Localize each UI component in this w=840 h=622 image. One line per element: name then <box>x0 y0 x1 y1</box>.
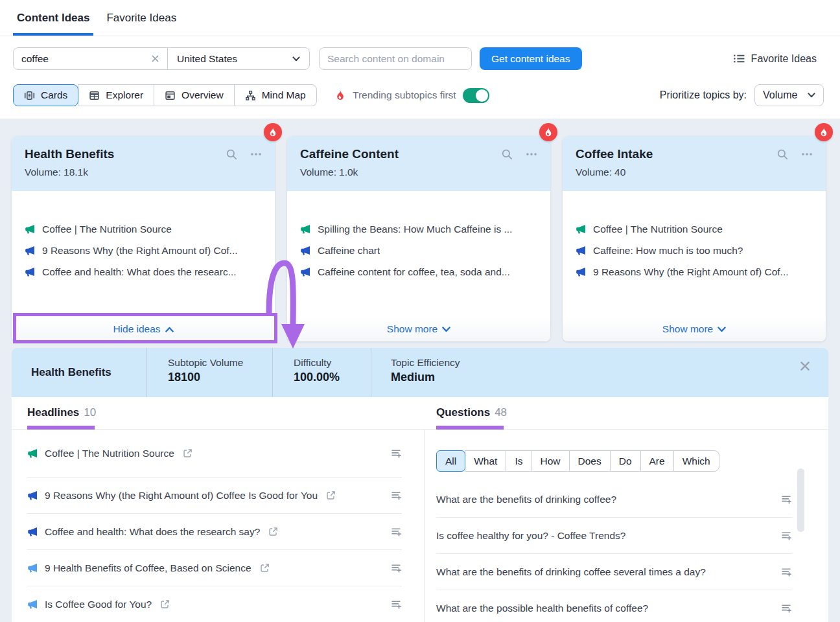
filter-is[interactable]: Is <box>506 450 531 472</box>
card-idea-item[interactable]: Coffee | The Nutrition Source <box>576 224 813 235</box>
favorite-ideas-label: Favorite Ideas <box>751 53 817 65</box>
add-to-list-icon[interactable] <box>391 562 402 573</box>
add-to-list-icon[interactable] <box>781 530 792 541</box>
card-header: Caffeine Content Volume:1.0k <box>287 136 550 191</box>
external-link-icon[interactable] <box>326 490 336 500</box>
tab-favorite-ideas[interactable]: Favorite Ideas <box>105 0 178 36</box>
detail-body: Headlines10 Coffee | The Nutrition Sourc… <box>12 397 828 622</box>
more-options-icon[interactable] <box>250 148 262 160</box>
trending-toggle[interactable] <box>463 88 489 103</box>
filter-does[interactable]: Does <box>569 450 611 472</box>
chevron-down-icon <box>718 327 726 332</box>
question-item[interactable]: What are the benefits of drinking coffee… <box>436 481 792 518</box>
card-header: Health Benefits Volume:18.1k <box>12 136 275 191</box>
tab-content-ideas[interactable]: Content Ideas <box>16 0 91 36</box>
overview-icon <box>165 90 176 101</box>
add-to-list-icon[interactable] <box>781 603 792 614</box>
filter-are[interactable]: Are <box>640 450 674 472</box>
chevron-up-icon <box>165 327 174 332</box>
keyword-field-wrap <box>14 48 168 69</box>
prioritize-control: Prioritize topics by: Volume <box>660 84 824 106</box>
card-idea-item[interactable]: 9 Reasons Why (the Right Amount of) Cof.… <box>576 266 813 278</box>
external-link-icon[interactable] <box>183 448 192 458</box>
add-to-list-icon[interactable] <box>391 526 402 537</box>
more-options-icon[interactable] <box>801 148 813 160</box>
add-to-list-icon[interactable] <box>781 494 792 505</box>
card-idea-item[interactable]: Coffee | The Nutrition Source <box>25 224 262 235</box>
megaphone-icon <box>27 490 38 501</box>
card-title: Caffeine Content <box>300 147 501 161</box>
keyword-input[interactable] <box>21 53 151 65</box>
megaphone-icon <box>576 267 586 277</box>
add-to-list-icon[interactable] <box>391 490 402 501</box>
question-item[interactable]: Is coffee healthy for you? - Coffee Tren… <box>436 518 792 554</box>
stat-difficulty: Difficulty 100.00% <box>272 348 371 397</box>
more-options-icon[interactable] <box>526 148 537 160</box>
add-to-list-icon[interactable] <box>781 566 792 577</box>
headline-item[interactable]: Coffee and health: What does the researc… <box>27 514 402 550</box>
hide-ideas-button[interactable]: Hide ideas <box>12 317 275 341</box>
card-volume: Volume:1.0k <box>300 167 537 178</box>
filter-how[interactable]: How <box>531 450 569 472</box>
headline-item[interactable]: 9 Health Benefits of Coffee, Based on Sc… <box>27 550 402 586</box>
headline-item[interactable]: Coffee | The Nutrition Source <box>27 430 402 478</box>
search-row: United States Get content ideas Favorite… <box>0 36 840 78</box>
prioritize-value: Volume <box>763 89 808 101</box>
card-idea-item[interactable]: 9 Reasons Why (the Right Amount of) Cof.… <box>25 245 262 257</box>
headlines-list: Coffee | The Nutrition Source 9 Reasons … <box>27 430 402 622</box>
close-icon[interactable] <box>799 360 811 373</box>
view-overview-button[interactable]: Overview <box>154 84 235 106</box>
favorite-ideas-link[interactable]: Favorite Ideas <box>733 47 817 70</box>
megaphone-icon <box>27 563 38 573</box>
filter-all[interactable]: All <box>436 450 465 472</box>
trending-subtopics-control: Trending subtopics first <box>334 84 489 106</box>
search-icon[interactable] <box>776 148 788 160</box>
search-icon[interactable] <box>501 148 513 160</box>
topic-card-caffeine-content: Caffeine Content Volume:1.0k Spilling th… <box>287 136 550 341</box>
view-explorer-button[interactable]: Explorer <box>78 84 154 106</box>
headlines-column: Headlines10 Coffee | The Nutrition Sourc… <box>12 397 424 622</box>
view-toolbar: Cards Explorer Overview Mind Map Trendin… <box>0 78 840 119</box>
external-link-icon[interactable] <box>160 599 170 609</box>
clear-keyword-icon[interactable] <box>151 54 159 63</box>
show-more-button[interactable]: Show more <box>563 317 826 341</box>
filter-which[interactable]: Which <box>673 450 719 472</box>
prioritize-select[interactable]: Volume <box>754 84 824 106</box>
cards-icon <box>24 90 35 101</box>
show-more-button[interactable]: Show more <box>287 317 550 341</box>
view-mindmap-button[interactable]: Mind Map <box>234 84 317 106</box>
megaphone-icon <box>25 246 35 256</box>
questions-list: What are the benefits of drinking coffee… <box>436 481 792 622</box>
external-link-icon[interactable] <box>260 563 270 573</box>
get-content-ideas-button[interactable]: Get content ideas <box>480 47 582 70</box>
question-item[interactable]: What are the benefits of drinking coffee… <box>436 554 792 590</box>
domain-search-input[interactable] <box>319 47 472 70</box>
region-select[interactable]: United States <box>168 48 309 69</box>
card-idea-item[interactable]: Coffee and health: What does the researc… <box>25 266 262 278</box>
megaphone-icon <box>300 246 310 256</box>
view-cards-button[interactable]: Cards <box>13 84 78 106</box>
filter-do[interactable]: Do <box>610 450 641 472</box>
card-idea-item[interactable]: Caffeine: How much is too much? <box>576 245 813 257</box>
card-idea-list: Coffee | The Nutrition Source 9 Reasons … <box>12 191 275 278</box>
top-tab-bar: Content Ideas Favorite Ideas <box>0 0 840 36</box>
filter-what[interactable]: What <box>465 450 506 472</box>
headline-item[interactable]: 9 Reasons Why (the Right Amount of) Coff… <box>27 478 402 514</box>
list-icon <box>733 53 745 64</box>
card-idea-list: Coffee | The Nutrition Source Caffeine: … <box>563 191 826 278</box>
add-to-list-icon[interactable] <box>391 599 402 610</box>
card-idea-item[interactable]: Spilling the Beans: How Much Caffeine is… <box>300 224 537 235</box>
topic-card-health-benefits: Health Benefits Volume:18.1k Coffee | Th… <box>12 136 275 341</box>
search-icon[interactable] <box>226 148 237 160</box>
question-item[interactable]: What are the possible health benefits of… <box>436 590 792 622</box>
chevron-down-icon <box>808 93 815 98</box>
questions-active-underline <box>436 426 504 430</box>
subtopic-detail-panel: Health Benefits Subtopic Volume 18100 Di… <box>12 348 828 622</box>
trending-label: Trending subtopics first <box>353 89 456 101</box>
external-link-icon[interactable] <box>268 527 278 536</box>
card-idea-item[interactable]: Caffeine chart <box>300 245 537 257</box>
card-idea-item[interactable]: Caffeine content for coffee, tea, soda a… <box>300 266 537 278</box>
headline-item[interactable]: Is Coffee Good for You? <box>27 586 402 622</box>
add-to-list-icon[interactable] <box>391 448 402 459</box>
questions-scrollbar[interactable] <box>797 468 804 532</box>
